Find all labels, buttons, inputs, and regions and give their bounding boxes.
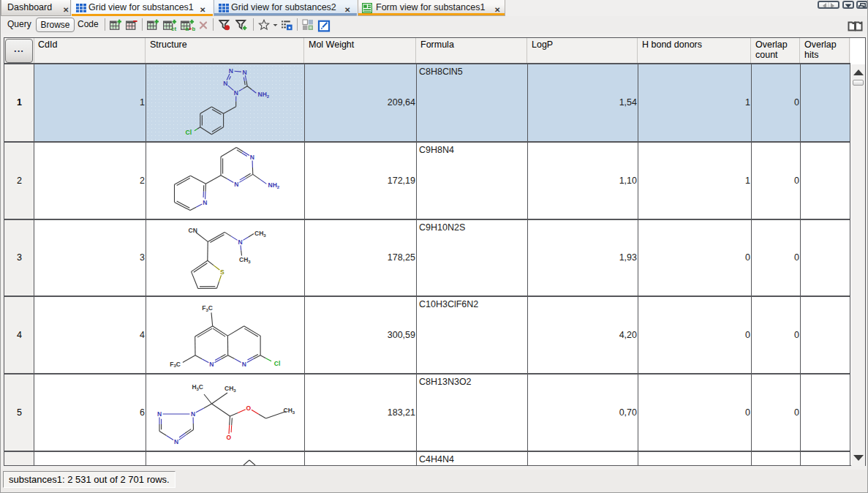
svg-text:N: N <box>191 410 195 418</box>
svg-text:NH2: NH2 <box>268 181 280 189</box>
svg-text:F3C: F3C <box>170 361 181 369</box>
svg-text:O: O <box>246 404 252 412</box>
svg-text:CH3: CH3 <box>284 407 295 415</box>
svg-text:N: N <box>238 238 242 246</box>
svg-text:S: S <box>220 268 224 276</box>
svg-text:N: N <box>203 199 207 206</box>
svg-text:H3C: H3C <box>192 383 203 391</box>
svg-text:N: N <box>234 181 238 188</box>
svg-text:CH3: CH3 <box>254 230 266 238</box>
svg-text:N: N <box>243 69 247 76</box>
svg-text:O: O <box>226 434 231 441</box>
svg-text:N: N <box>174 438 178 445</box>
svg-text:N: N <box>234 89 238 97</box>
svg-text:N: N <box>229 67 233 75</box>
svg-text:N: N <box>242 361 246 368</box>
svg-text:ct: ct <box>171 26 176 31</box>
svg-text:CH3: CH3 <box>239 256 251 264</box>
svg-text:N: N <box>209 361 214 368</box>
svg-text:NH2: NH2 <box>258 91 270 99</box>
svg-text:CN: CN <box>189 227 197 234</box>
svg-text:CH3: CH3 <box>224 385 236 393</box>
svg-text:Cl: Cl <box>274 360 281 367</box>
svg-text:N: N <box>250 154 254 161</box>
svg-text:N: N <box>223 80 227 87</box>
svg-text:F3C: F3C <box>202 304 213 312</box>
svg-text:N: N <box>157 410 162 418</box>
svg-text:Cl: Cl <box>186 129 192 136</box>
svg-text:a+b: a+b <box>185 26 195 31</box>
